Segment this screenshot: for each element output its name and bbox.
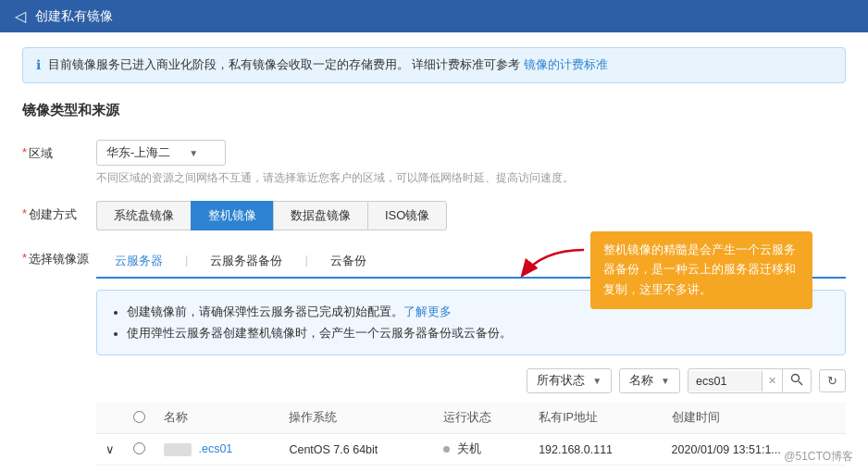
tab-system-disk[interactable]: 系统盘镜像 xyxy=(96,201,191,230)
create-method-label: * 创建方式 xyxy=(22,201,96,223)
region-select[interactable]: 华东-上海二 ▼ xyxy=(96,140,226,166)
row-expand[interactable]: ∨ xyxy=(96,434,124,466)
source-tab-server-backup[interactable]: 云服务器备份 xyxy=(192,245,301,279)
create-method-tabs: 系统盘镜像 整机镜像 数据盘镜像 ISO镜像 xyxy=(96,201,846,230)
source-label: * 选择镜像源 xyxy=(22,245,96,267)
search-clear-button[interactable]: ✕ xyxy=(763,371,782,391)
page-header: ◁ 创建私有镜像 xyxy=(0,0,868,32)
filter-row: 所有状态 ▼ 名称 ▼ ecs01 ✕ xyxy=(96,368,846,393)
notice-box: ℹ 目前镜像服务已进入商业化阶段，私有镜像会收取一定的存储费用。 详细计费标准可… xyxy=(22,47,846,83)
search-box: ecs01 ✕ xyxy=(688,368,812,393)
tooltip-box: 整机镜像的精髓是会产生一个云服务器备份，是一种云上的服务器迁移和复制，这里不多讲… xyxy=(590,231,812,309)
col-created: 创建时间 xyxy=(663,403,846,434)
main-content: ℹ 目前镜像服务已进入商业化阶段，私有镜像会收取一定的存储费用。 详细计费标准可… xyxy=(0,32,868,472)
table-row: ∨ .ecs01 CentOS 7.6 64bit xyxy=(96,434,846,466)
server-avatar xyxy=(164,443,192,456)
col-os: 操作系统 xyxy=(279,403,433,434)
region-hint: 不同区域的资源之间网络不互通，请选择靠近您客户的区域，可以降低网络时延、提高访问… xyxy=(96,169,846,186)
col-ip: 私有IP地址 xyxy=(529,403,662,434)
refresh-button[interactable]: ↻ xyxy=(819,369,846,392)
server-link[interactable]: .ecs01 xyxy=(198,442,232,455)
red-arrow xyxy=(515,241,589,290)
source-tab-cloud-backup[interactable]: 云备份 xyxy=(312,245,385,279)
col-name: 名称 xyxy=(155,403,279,434)
search-button[interactable] xyxy=(782,369,811,392)
info-icon: ℹ xyxy=(36,57,41,72)
region-label: * 区域 xyxy=(22,140,96,162)
footer: @51CTO博客 xyxy=(784,449,853,465)
region-row: * 区域 华东-上海二 ▼ 不同区域的资源之间网络不互通，请选择靠近您客户的区域… xyxy=(22,140,846,186)
region-content: 华东-上海二 ▼ 不同区域的资源之间网络不互通，请选择靠近您客户的区域，可以降低… xyxy=(96,140,846,186)
server-table: 名称 操作系统 运行状态 私有IP地址 创建时间 ∨ xyxy=(96,403,846,472)
svg-point-0 xyxy=(792,375,800,382)
create-method-row: * 创建方式 系统盘镜像 整机镜像 数据盘镜像 ISO镜像 xyxy=(22,201,846,230)
row-os: CentOS 7.6 64bit xyxy=(279,434,433,466)
search-value: ecs01 xyxy=(688,371,763,391)
row-radio[interactable] xyxy=(124,434,155,466)
tab-data-disk[interactable]: 数据盘镜像 xyxy=(273,201,367,230)
status-filter-arrow: ▼ xyxy=(592,376,601,386)
source-tab-server[interactable]: 云服务器 xyxy=(96,245,181,279)
tab-iso[interactable]: ISO镜像 xyxy=(367,201,447,230)
row-name[interactable]: .ecs01 xyxy=(155,434,279,466)
notice-link[interactable]: 镜像的计费标准 xyxy=(524,58,608,71)
back-button[interactable]: ◁ xyxy=(15,7,26,25)
create-method-content: 系统盘镜像 整机镜像 数据盘镜像 ISO镜像 xyxy=(96,201,846,230)
tab-whole-machine[interactable]: 整机镜像 xyxy=(191,201,273,230)
info-item-2: 使用弹性云服务器创建整机镜像时，会产生一个云服务器备份或云备份。 xyxy=(127,323,830,344)
status-filter[interactable]: 所有状态 ▼ xyxy=(527,368,612,393)
name-filter-arrow: ▼ xyxy=(661,376,670,386)
status-dot xyxy=(443,446,450,453)
page-title: 创建私有镜像 xyxy=(35,8,113,25)
name-filter[interactable]: 名称 ▼ xyxy=(619,368,680,393)
col-checkbox xyxy=(124,403,155,434)
col-expand xyxy=(96,403,124,434)
select-all-radio[interactable] xyxy=(133,411,145,423)
section-title: 镜像类型和来源 xyxy=(22,102,846,125)
col-status: 运行状态 xyxy=(434,403,529,434)
row-ip: 192.168.0.111 xyxy=(529,434,662,466)
svg-line-1 xyxy=(799,381,802,385)
row-status: 关机 xyxy=(434,434,529,466)
notice-text: 目前镜像服务已进入商业化阶段，私有镜像会收取一定的存储费用。 详细计费标准可参考… xyxy=(48,57,608,73)
learn-more-link[interactable]: 了解更多 xyxy=(403,305,452,318)
chevron-down-icon: ▼ xyxy=(189,148,198,158)
search-icon xyxy=(790,373,803,386)
